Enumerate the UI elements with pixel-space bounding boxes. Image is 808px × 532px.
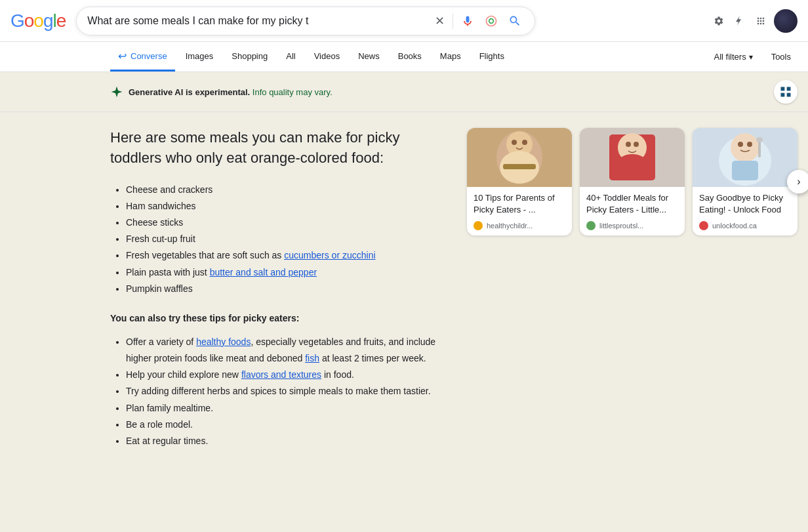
svg-rect-11 — [503, 164, 536, 169]
settings-button[interactable] — [711, 13, 727, 29]
svg-point-9 — [512, 140, 517, 145]
nav-item-converse[interactable]: ↩ Converse — [110, 42, 175, 72]
nav-item-shopping[interactable]: Shopping — [224, 42, 275, 72]
card-2[interactable]: 40+ Toddler Meals for Picky Eaters - Lit… — [580, 128, 685, 235]
svg-rect-4 — [787, 93, 791, 97]
carousel-next-button[interactable]: › — [787, 170, 808, 194]
ai-experimental-label: Generative AI is experimental. — [129, 87, 250, 97]
tools-button[interactable]: Tools — [765, 48, 798, 66]
list-item: Be a role model. — [126, 417, 451, 433]
result-right: 10 Tips for Parents of Picky Eaters - ..… — [467, 128, 798, 449]
svg-point-27 — [756, 137, 763, 142]
nav-label-images: Images — [186, 51, 214, 61]
nav-label-videos: Videos — [314, 51, 340, 61]
logo-o2: o — [33, 10, 43, 31]
nav-right: All filters ▾ Tools — [708, 48, 798, 66]
voice-search-button[interactable] — [458, 12, 477, 30]
nav-item-maps[interactable]: Maps — [432, 42, 469, 72]
sparkle-icon — [110, 85, 123, 98]
google-logo[interactable]: Google — [10, 10, 66, 31]
card-3[interactable]: Say Goodbye to Picky Eating! - Unlock Fo… — [693, 128, 798, 235]
nav-label-shopping: Shopping — [232, 51, 268, 61]
nav-item-videos[interactable]: Videos — [306, 42, 348, 72]
svg-rect-26 — [758, 141, 761, 157]
card-1-body: 10 Tips for Parents of Picky Eaters - ..… — [467, 187, 572, 235]
logo-e: e — [56, 10, 66, 31]
card-2-source-label: littlesproutsl... — [599, 222, 643, 230]
card-1-title: 10 Tips for Parents of Picky Eaters - ..… — [474, 192, 565, 216]
card-2-body: 40+ Toddler Meals for Picky Eaters - Lit… — [580, 187, 685, 235]
list-item: Cheese sticks — [126, 215, 451, 231]
card-2-source: littlesproutsl... — [586, 221, 678, 230]
card-1[interactable]: 10 Tips for Parents of Picky Eaters - ..… — [467, 128, 572, 235]
card-1-source: healthychildr... — [474, 221, 565, 230]
result-area: Here are some meals you can make for pic… — [0, 112, 808, 465]
tips-heading: You can also try these tips for picky ea… — [110, 313, 451, 323]
nav-label-all: All — [286, 51, 295, 61]
nav-label-flights: Flights — [479, 51, 504, 61]
nav-label-books: Books — [398, 51, 422, 61]
labs-button[interactable] — [732, 13, 748, 29]
ai-banner-text: Generative AI is experimental. Info qual… — [129, 87, 333, 97]
card-1-source-label: healthychildr... — [487, 222, 533, 230]
nav-bar: ↩ Converse Images Shopping All Videos Ne… — [0, 42, 808, 72]
layout-toggle-button[interactable] — [774, 80, 798, 104]
svg-rect-3 — [781, 93, 785, 97]
card-3-source-label: unlockfood.ca — [712, 222, 757, 230]
header-right — [711, 9, 798, 33]
card-2-favicon — [586, 221, 596, 230]
nav-item-images[interactable]: Images — [178, 42, 222, 72]
card-1-favicon — [474, 221, 483, 230]
nav-item-news[interactable]: News — [350, 42, 388, 72]
card-3-favicon — [699, 221, 708, 230]
ai-banner: Generative AI is experimental. Info qual… — [0, 72, 808, 112]
list-item: Offer a variety of healthy foods, especi… — [126, 334, 451, 367]
all-filters-button[interactable]: All filters ▾ — [708, 48, 759, 66]
nav-label-maps: Maps — [440, 51, 461, 61]
avatar[interactable] — [774, 9, 798, 33]
search-button[interactable] — [506, 12, 524, 30]
card-3-title: Say Goodbye to Picky Eating! - Unlock Fo… — [699, 192, 791, 216]
svg-rect-1 — [781, 87, 785, 91]
list-item: Cheese and crackers — [126, 182, 451, 198]
apps-button[interactable] — [753, 13, 769, 29]
ai-banner-left: Generative AI is experimental. Info qual… — [110, 85, 333, 98]
nav-item-books[interactable]: Books — [390, 42, 430, 72]
result-heading: Here are some meals you can make for pic… — [110, 128, 451, 169]
clear-button[interactable]: ✕ — [432, 11, 447, 31]
inline-link[interactable]: healthy foods — [196, 337, 251, 347]
svg-point-18 — [616, 154, 649, 178]
list-item: Pumpkin waffles — [126, 281, 451, 297]
logo-o1: o — [24, 10, 34, 31]
inline-link[interactable]: butter and salt and pepper — [210, 267, 317, 277]
card-2-image — [580, 128, 685, 187]
main-content: Generative AI is experimental. Info qual… — [0, 72, 808, 532]
list-item: Ham sandwiches — [126, 198, 451, 215]
svg-rect-25 — [732, 161, 758, 180]
list-item: Plain pasta with just butter and salt an… — [126, 264, 451, 281]
card-3-image — [693, 128, 798, 187]
card-1-image — [467, 128, 572, 187]
inline-link[interactable]: flavors and textures — [241, 369, 321, 380]
list-item: Eat at regular times. — [126, 433, 451, 449]
svg-point-16 — [626, 142, 631, 147]
svg-rect-2 — [787, 87, 791, 91]
nav-label-converse: Converse — [131, 51, 167, 61]
chevron-down-icon: ▾ — [749, 52, 753, 62]
search-input[interactable]: What are some meals I can make for my pi… — [87, 15, 427, 27]
meal-list: Cheese and crackers Ham sandwiches Chees… — [110, 182, 451, 297]
nav-item-all[interactable]: All — [278, 42, 303, 72]
card-3-source: unlockfood.ca — [699, 221, 791, 230]
logo-g2: g — [43, 10, 53, 31]
svg-point-10 — [522, 140, 527, 145]
inline-link[interactable]: cucumbers or zucchini — [284, 250, 375, 260]
visual-search-button[interactable] — [482, 12, 500, 30]
tips-list: Offer a variety of healthy foods, especi… — [110, 334, 451, 449]
nav-item-flights[interactable]: Flights — [472, 42, 512, 72]
logo-g: G — [10, 10, 24, 31]
list-item: Help your child explore new flavors and … — [126, 367, 451, 383]
svg-point-22 — [731, 133, 759, 162]
list-item: Fresh cut-up fruit — [126, 231, 451, 247]
divider — [453, 13, 453, 29]
inline-link[interactable]: fish — [305, 353, 319, 363]
